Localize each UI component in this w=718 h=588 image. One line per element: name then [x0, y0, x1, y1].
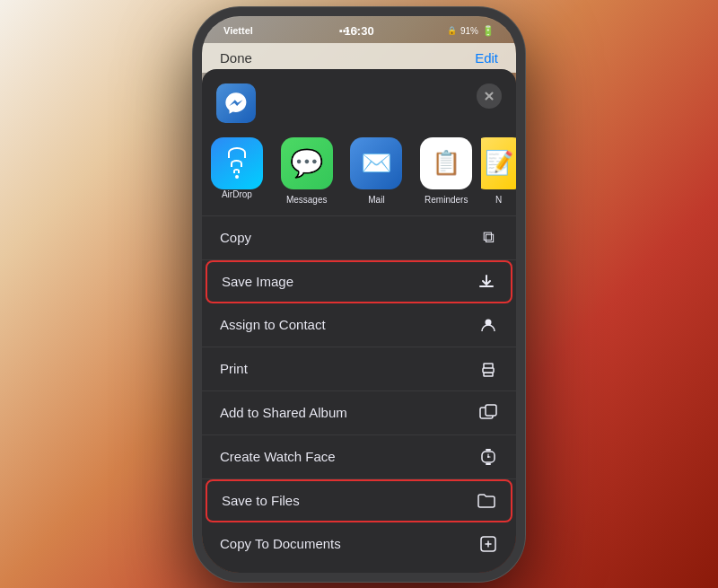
- svg-rect-10: [486, 463, 491, 465]
- notes-emoji: 📝: [485, 149, 513, 177]
- copy-documents-action[interactable]: Copy To Documents: [202, 522, 516, 566]
- mail-icon: ✉️: [350, 137, 402, 189]
- save-to-files-label: Save to Files: [222, 493, 300, 508]
- copy-documents-label: Copy To Documents: [220, 536, 341, 551]
- reminders-label: Reminders: [425, 195, 468, 205]
- save-image-action[interactable]: Save Image: [206, 260, 512, 303]
- messages-icon: 💬: [281, 137, 333, 189]
- create-watch-face-icon: [478, 447, 498, 467]
- airdrop-icon: [211, 137, 263, 189]
- create-watch-face-label: Create Watch Face: [220, 449, 336, 464]
- wifi-ring-small: [233, 169, 240, 173]
- mail-emoji: ✉️: [361, 148, 392, 178]
- wifi-rings: [228, 147, 246, 179]
- print-action[interactable]: Print: [202, 347, 516, 391]
- wifi-ring-medium: [231, 160, 242, 167]
- reminders-emoji: 📋: [432, 149, 460, 177]
- add-shared-album-action[interactable]: Add to Shared Album: [202, 391, 516, 435]
- save-to-files-action[interactable]: Save to Files: [206, 479, 512, 522]
- svg-rect-5: [483, 368, 494, 373]
- share-sheet: AirDrop 💬 Messages ✉️ Mail 📋 Reminders: [202, 69, 516, 573]
- mail-app-item[interactable]: ✉️ Mail: [342, 137, 412, 205]
- copy-action[interactable]: Copy ⧉: [202, 216, 516, 260]
- mail-label: Mail: [368, 195, 384, 205]
- messages-app-item[interactable]: 💬 Messages: [272, 137, 342, 205]
- reminders-icon: 📋: [420, 137, 472, 189]
- share-source-app-icon: [216, 83, 256, 123]
- share-header: [202, 69, 516, 134]
- add-shared-album-icon: [478, 403, 498, 423]
- phone-frame: Viettel ▪▪▪ ᯤ 16:30 🔒 91% 🔋 Done Edit: [193, 7, 525, 582]
- copy-documents-icon: [478, 534, 498, 554]
- status-bar: Viettel ▪▪▪ ᯤ 16:30 🔒 91% 🔋: [202, 16, 516, 40]
- svg-rect-9: [486, 449, 491, 451]
- assign-contact-icon: [478, 315, 498, 335]
- svg-rect-7: [486, 405, 496, 416]
- save-image-icon: [477, 272, 496, 292]
- airdrop-label: AirDrop: [222, 189, 252, 199]
- svg-rect-0: [479, 285, 494, 287]
- status-icons: 🔒 91% 🔋: [447, 25, 495, 37]
- add-shared-album-label: Add to Shared Album: [220, 405, 347, 420]
- assign-contact-action[interactable]: Assign to Contact: [202, 303, 516, 347]
- copy-label: Copy: [220, 230, 251, 245]
- reminders-app-item[interactable]: 📋 Reminders: [411, 137, 481, 205]
- save-to-files-icon: [477, 491, 496, 511]
- battery-icon: 🔋: [482, 25, 495, 37]
- wifi-dot: [235, 175, 239, 179]
- assign-contact-label: Assign to Contact: [220, 317, 326, 332]
- photos-edit-button[interactable]: Edit: [475, 50, 498, 66]
- apps-row: AirDrop 💬 Messages ✉️ Mail 📋 Reminders: [202, 134, 516, 216]
- battery-percent: 91%: [460, 26, 478, 36]
- close-button[interactable]: [477, 83, 502, 109]
- messages-emoji: 💬: [290, 147, 323, 179]
- create-watch-face-action[interactable]: Create Watch Face: [202, 435, 516, 479]
- carrier-label: Viettel: [223, 25, 253, 36]
- action-list: Copy ⧉ Save Image Assign to Contact: [202, 216, 516, 566]
- notes-app-item[interactable]: 📝 N: [481, 137, 516, 205]
- wifi-ring-large: [228, 147, 246, 158]
- lock-icon: 🔒: [447, 26, 457, 35]
- messenger-logo: [223, 91, 249, 116]
- print-icon: [478, 359, 498, 379]
- notes-label: N: [495, 195, 502, 205]
- airdrop-app-item[interactable]: AirDrop: [202, 137, 272, 205]
- print-label: Print: [220, 361, 248, 376]
- save-image-label: Save Image: [222, 274, 293, 289]
- copy-icon: ⧉: [478, 228, 498, 248]
- notes-icon: 📝: [481, 137, 516, 189]
- photos-title: Done: [220, 50, 252, 66]
- time-label: 16:30: [344, 24, 373, 38]
- messages-label: Messages: [286, 195, 328, 205]
